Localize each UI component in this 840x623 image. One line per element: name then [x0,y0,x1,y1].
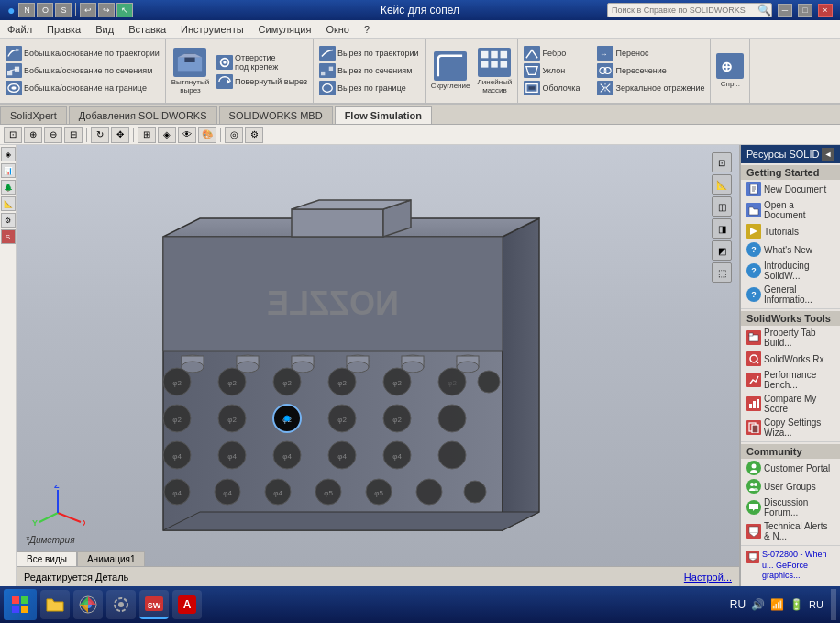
ref-button[interactable]: ⊕ Спр... [713,51,746,90]
cut-sweep-button[interactable]: Вырез по траектории [316,45,422,61]
nav-cube-up[interactable]: ⊡ [712,152,732,172]
view-hide-show[interactable]: 👁 [178,127,196,143]
user-groups-item[interactable]: User Groups [741,477,840,495]
solidworks-button[interactable]: SW [139,590,169,619]
minimize-button[interactable]: ─ [778,4,792,17]
customer-portal-item[interactable]: Customer Portal [741,459,840,477]
view-scene[interactable]: ◎ [225,127,243,143]
mirror-button[interactable]: Зеркальное отражение [594,80,707,96]
quick-select[interactable]: ↖ [116,3,133,17]
menu-tools[interactable]: Инструменты [173,22,251,37]
view-section[interactable]: ⊞ [138,127,156,143]
quick-redo[interactable]: ↪ [98,3,115,17]
nav-cube-right[interactable]: ◨ [712,218,732,239]
tutorials-item[interactable]: Tutorials [741,222,840,240]
shell-button[interactable]: Оболочка [521,80,582,96]
battery-icon[interactable]: 🔋 [790,598,803,611]
community-title: Community [741,444,840,459]
sidebar-tool-5[interactable]: ⚙ [1,213,16,228]
fillet-button[interactable]: Скругление [428,50,473,92]
vp-tab-all-views[interactable]: Все виды [17,551,77,566]
new-document-item[interactable]: New Document [741,180,840,198]
menu-view[interactable]: Вид [88,22,121,37]
menu-file[interactable]: Файл [0,22,39,37]
quick-open[interactable]: O [37,3,53,17]
property-tab-item[interactable]: Property Tab Build... [741,326,840,350]
view-rotate[interactable]: ↻ [91,127,109,143]
open-document-item[interactable]: Open a Document [741,198,840,222]
sidebar-tool-1[interactable]: ◈ [1,147,16,161]
copy-settings-item[interactable]: Copy Settings Wiza... [741,416,840,439]
sidebar-tool-4[interactable]: 📐 [1,196,16,211]
boss-boundary-button[interactable]: Бобышка/основание на границе [3,80,162,96]
tab-mbd[interactable]: SOLIDWORKS MBD [219,106,333,124]
whats-new-item[interactable]: ? What's New [741,240,840,259]
performance-item[interactable]: Performance Bench... [741,368,840,392]
discussion-forum-item[interactable]: Discussion Forum... [741,495,840,519]
view-appearance[interactable]: 🎨 [198,127,216,143]
quick-new[interactable]: N [18,3,35,17]
view-settings[interactable]: ⚙ [245,127,263,143]
boss-boundary-label: Бобышка/основание на границе [24,83,147,93]
move-button[interactable]: ↔ Перенос [594,45,707,61]
nav-cube-down[interactable]: 📐 [712,174,732,195]
nav-cube-front[interactable]: ◩ [712,240,732,261]
nav-cube-back[interactable]: ⬚ [712,262,732,283]
show-desktop-button[interactable] [831,589,836,620]
intersect-button[interactable]: Пересечение [594,62,707,79]
chrome-button[interactable] [73,590,103,619]
getting-started-section: Getting Started New Document Open a Docu… [741,163,840,309]
cut-loft-button[interactable]: Вырез по сечениям [316,62,422,79]
menu-window[interactable]: Окно [318,22,357,37]
menu-help[interactable]: ? [357,22,377,37]
view-zoom-out[interactable]: ⊖ [44,127,62,143]
tab-addins[interactable]: Добавления SOLIDWORKS [69,106,217,124]
view-display-style[interactable]: ◈ [158,127,176,143]
maximize-button[interactable]: □ [798,4,812,17]
vp-tab-anim1[interactable]: Анимация1 [77,551,146,566]
view-pan[interactable]: ✥ [111,127,129,143]
settings-status[interactable]: Настрой... [684,572,732,583]
cut-boundary-button[interactable]: Вырез по границе [316,80,422,96]
compare-score-item[interactable]: Compare My Score [741,392,840,416]
view-zoom-sel[interactable]: ⊟ [64,127,83,143]
sidebar-tool-3[interactable]: 🌲 [1,180,16,195]
tab-flow[interactable]: Flow Simulation [335,106,432,124]
cut-extrude-button[interactable]: Вытянутыйвырез [169,46,212,96]
news-item-1[interactable]: S-072800 - When u... GeForce graphics... [741,548,840,584]
settings-button[interactable] [106,590,136,619]
close-button[interactable]: × [818,4,833,17]
windows-start-button[interactable] [4,589,37,620]
nav-cube-left[interactable]: ◫ [712,196,732,217]
general-info-item[interactable]: ? General Informatio... [741,283,840,306]
help-search-input[interactable] [608,6,757,15]
hole-wizard-button[interactable]: Отверстиепод крепеж [214,52,310,72]
quick-save[interactable]: S [55,3,72,17]
intro-solidworks-item[interactable]: ? Introducing SolidW... [741,259,840,283]
draft-button[interactable]: Уклон [521,62,582,79]
viewport[interactable]: NOZZLE φ2 [17,145,739,586]
tab-solidxpert[interactable]: SolidXpert [0,106,67,124]
file-explorer-button[interactable] [40,590,70,619]
sw-rx-item[interactable]: SolidWorks Rx [741,350,840,368]
view-zoom-in[interactable]: ⊕ [24,127,42,143]
lang-indicator[interactable]: RU [730,598,746,611]
view-zoom-to-fit[interactable]: ⊡ [4,127,22,143]
cut-revolve-button[interactable]: Повернутый вырез [214,73,310,90]
sidebar-tool-6[interactable]: S [1,229,16,244]
right-panel-collapse-button[interactable]: ◄ [822,148,834,161]
adobe-button[interactable]: A [172,590,202,619]
rib-button[interactable]: Ребро [521,45,582,61]
speaker-icon[interactable]: 🔊 [751,598,765,611]
network-icon[interactable]: 📶 [770,598,784,611]
menu-insert[interactable]: Вставка [121,22,173,37]
tech-alerts-item[interactable]: Technical Alerts & N... [741,519,840,543]
boss-loft-button[interactable]: Бобышка/основание по сечениям [3,62,162,79]
menu-sim[interactable]: Симуляция [251,22,319,37]
sidebar-tool-2[interactable]: 📊 [1,163,16,178]
boss-sweep-button[interactable]: Бобышка/основание по траектории [3,45,162,61]
menu-edit[interactable]: Правка [39,22,88,37]
help-search-icon[interactable]: 🔍 [757,4,771,17]
quick-undo[interactable]: ↩ [80,3,96,17]
linear-pattern-button[interactable]: Линейныймассив [474,46,514,96]
